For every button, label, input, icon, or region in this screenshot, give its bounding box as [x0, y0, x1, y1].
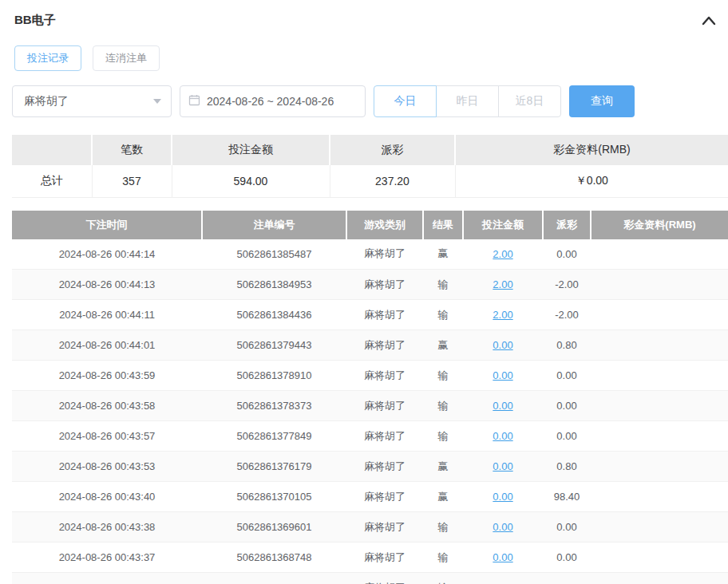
payout-cell: 0.00 [543, 421, 591, 452]
bonus-cell [591, 361, 728, 391]
bet-amount-cell: 2.00 [463, 239, 543, 270]
summary-row: 总计 357 594.00 237.20 ￥0.00 [12, 165, 728, 197]
calendar-icon [188, 94, 200, 109]
col-header-bonus: 彩金资料(RMB) [591, 211, 728, 239]
yesterday-button[interactable]: 昨日 [436, 85, 499, 117]
bet-amount-link[interactable]: 2.00 [493, 278, 512, 290]
bet-time-cell: 2024-08-26 00:43:53 [12, 452, 202, 482]
table-row: 2024-08-26 00:43:38 5062861369601 麻将胡了 输… [12, 512, 728, 543]
bet-amount-link[interactable]: 2.00 [493, 248, 512, 260]
order-number-cell: 5062861369601 [202, 512, 346, 543]
bet-amount-link[interactable]: 0.00 [493, 400, 512, 412]
payout-cell: 0.00 [543, 512, 591, 543]
bet-records-table: 下注时间 注单编号 游戏类别 结果 投注金额 派彩 彩金资料(RMB) 2024… [12, 211, 728, 584]
bet-amount-cell: 2.00 [463, 270, 543, 300]
bet-amount-link[interactable]: 0.00 [493, 339, 512, 351]
chevron-down-icon [153, 99, 161, 104]
bet-amount-link[interactable]: 2.00 [493, 309, 512, 321]
bet-amount-link[interactable]: 0.00 [493, 369, 512, 381]
table-row: 2024-08-26 00:43:58 5062861378373 麻将胡了 输… [12, 391, 728, 421]
table-row: 2024-08-26 00:44:01 5062861379443 麻将胡了 赢… [12, 330, 728, 361]
bet-time-cell: 2024-08-26 00:44:14 [12, 239, 202, 270]
result-cell: 输 [423, 270, 463, 300]
summary-header-bet-amount: 投注金额 [172, 135, 330, 165]
payout-cell: 0.00 [543, 361, 591, 391]
bonus-cell [591, 239, 728, 270]
bonus-cell [591, 391, 728, 421]
filter-bar: 麻将胡了 2024-08-26 ~ 2024-08-26 今日 昨日 近8日 查… [12, 85, 728, 117]
bet-amount-cell: 0.00 [463, 482, 543, 512]
bet-time-cell: 2024-08-26 00:44:01 [12, 330, 202, 361]
table-row: 2024-08-26 00:44:13 5062861384953 麻将胡了 输… [12, 270, 728, 300]
result-cell: 输 [423, 391, 463, 421]
game-type-cell: 麻将胡了 [346, 482, 423, 512]
result-cell: 输 [423, 543, 463, 573]
order-number-cell: 5062861384953 [202, 270, 346, 300]
bet-time-cell: 2024-08-26 00:43:57 [12, 421, 202, 452]
col-header-bet-amount: 投注金额 [463, 211, 543, 239]
record-tabs: 投注记录 连消注单 [14, 45, 728, 71]
panel-header: BB电子 [12, 0, 728, 39]
bonus-cell [591, 512, 728, 543]
summary-header-count: 笔数 [92, 135, 172, 165]
payout-cell: -2.00 [543, 300, 591, 330]
tab-bet-records[interactable]: 投注记录 [14, 45, 81, 71]
game-type-cell: 麻将胡了 [346, 512, 423, 543]
bet-amount-link[interactable]: 0.00 [493, 491, 512, 503]
search-button[interactable]: 查询 [569, 85, 635, 117]
bet-table-body: 2024-08-26 00:44:14 5062861385487 麻将胡了 赢… [12, 239, 728, 584]
game-type-cell: 麻将胡了 [346, 421, 423, 452]
tab-cancelled-orders[interactable]: 连消注单 [93, 45, 160, 71]
bet-amount-cell: 0.00 [463, 330, 543, 361]
bet-amount-link[interactable]: 0.00 [493, 460, 512, 472]
result-cell: 赢 [423, 452, 463, 482]
result-cell: 赢 [423, 482, 463, 512]
game-select[interactable]: 麻将胡了 [12, 85, 172, 117]
col-header-payout: 派彩 [543, 211, 591, 239]
result-cell: 赢 [423, 239, 463, 270]
col-header-order-number: 注单编号 [202, 211, 346, 239]
bonus-cell [591, 482, 728, 512]
game-type-cell: 麻将胡了 [346, 239, 423, 270]
payout-cell: 0.80 [543, 330, 591, 361]
summary-header-blank [12, 135, 92, 165]
order-number-cell: 5062861377849 [202, 421, 346, 452]
bet-amount-cell: 0.00 [463, 452, 543, 482]
result-cell: 输 [423, 421, 463, 452]
table-row: 2024-08-26 00:44:11 5062861384436 麻将胡了 输… [12, 300, 728, 330]
bet-time-cell: 2024-08-26 00:44:13 [12, 270, 202, 300]
bet-time-cell: 2024-08-26 00:43:58 [12, 391, 202, 421]
order-number-cell: 5062861379443 [202, 330, 346, 361]
betting-records-panel: BB电子 投注记录 连消注单 麻将胡了 2024-08-26 ~ 2 [0, 0, 728, 584]
date-range-input[interactable]: 2024-08-26 ~ 2024-08-26 [180, 85, 366, 117]
date-range-value: 2024-08-26 ~ 2024-08-26 [207, 95, 334, 108]
payout-cell: 98.40 [543, 482, 591, 512]
table-row: 2024-08-26 00:43:53 5062861376179 麻将胡了 赢… [12, 452, 728, 482]
today-button[interactable]: 今日 [374, 85, 437, 117]
bet-amount-link[interactable]: 0.00 [493, 521, 512, 533]
bet-amount-cell: 0.00 [463, 391, 543, 421]
order-number-cell: 5062861370105 [202, 482, 346, 512]
payout-cell: 0.00 [543, 239, 591, 270]
bet-amount-cell: 0.00 [463, 421, 543, 452]
bet-amount-cell: 0.00 [463, 573, 543, 584]
payout-cell: 0.00 [543, 543, 591, 573]
game-type-cell: 麻将胡了 [346, 300, 423, 330]
payout-cell: 0.00 [543, 391, 591, 421]
bet-amount-cell: 2.00 [463, 300, 543, 330]
bet-amount-link[interactable]: 0.00 [493, 551, 512, 563]
payout-cell: 0.00 [543, 573, 591, 584]
game-type-cell: 麻将胡了 [346, 330, 423, 361]
order-number-cell: 5062861376179 [202, 452, 346, 482]
game-type-cell: 麻将胡了 [346, 543, 423, 573]
bet-time-cell: 2024-08-26 00:43:37 [12, 543, 202, 573]
bonus-cell [591, 300, 728, 330]
game-type-cell: 麻将胡了 [346, 270, 423, 300]
bet-amount-link[interactable]: 0.00 [493, 430, 512, 442]
table-row: 2024-08-26 00:44:14 5062861385487 麻将胡了 赢… [12, 239, 728, 270]
game-type-cell: 麻将胡了 [346, 361, 423, 391]
result-cell: 输 [423, 512, 463, 543]
result-cell: 输 [423, 300, 463, 330]
chevron-up-icon[interactable] [701, 15, 717, 26]
last-8-days-button[interactable]: 近8日 [498, 85, 561, 117]
